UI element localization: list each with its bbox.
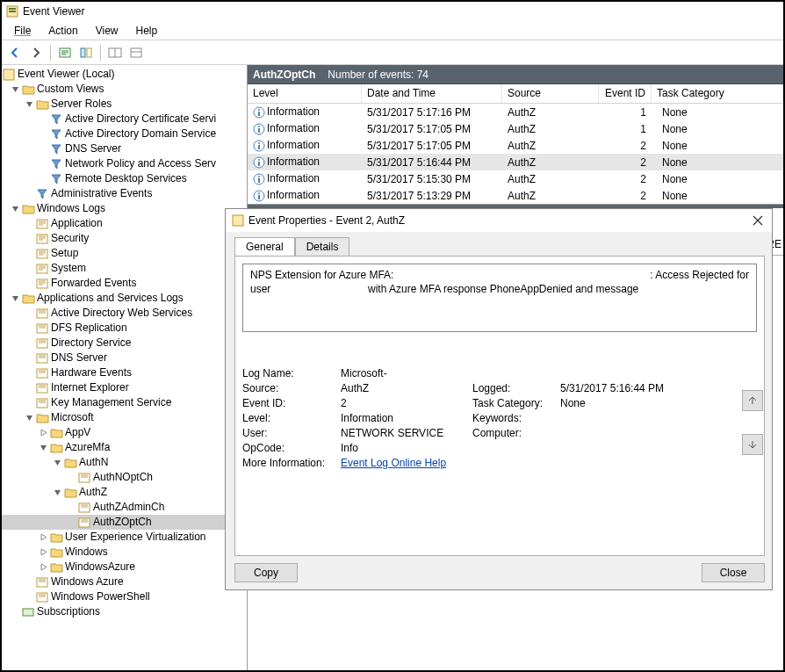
log-icon [35, 322, 49, 335]
tree-authn[interactable]: AuthN [2, 455, 247, 470]
tree-npas[interactable]: Network Policy and Access Serv [2, 156, 247, 171]
menu-help[interactable]: Help [127, 23, 167, 39]
tree-microsoft[interactable]: Microsoft [2, 410, 247, 425]
tree-admin-events[interactable]: Administrative Events [2, 186, 247, 201]
svg-rect-46 [258, 195, 260, 199]
table-row[interactable]: Information5/31/2017 5:17:05 PMAuthZ2Non… [248, 137, 783, 154]
tree-wazure[interactable]: Windows Azure [2, 574, 247, 589]
svg-rect-2 [9, 11, 16, 12]
table-row[interactable]: Information5/31/2017 5:13:29 PMAuthZ2Non… [248, 187, 783, 204]
link-more-info[interactable]: Event Log Online Help [341, 457, 446, 469]
lbl-taskcat: Task Category: [472, 397, 560, 409]
chevron-down-icon[interactable] [23, 98, 35, 111]
back-button[interactable] [5, 43, 25, 62]
tree-label: Network Policy and Access Serv [65, 156, 216, 171]
col-taskcat[interactable]: Task Category [652, 84, 783, 103]
tree-dfs[interactable]: DFS Replication [2, 321, 247, 336]
chevron-down-icon[interactable] [37, 442, 49, 454]
dialog-tab-general[interactable]: General [234, 237, 295, 256]
tree-authz[interactable]: AuthZ [2, 485, 247, 500]
tree-winazure[interactable]: WindowsAzure [2, 560, 247, 574]
tree-authnopt[interactable]: AuthNOptCh [2, 470, 247, 485]
tree-label: DNS Server [65, 141, 121, 156]
tree-windows[interactable]: Windows [2, 545, 247, 560]
tree[interactable]: Event Viewer (Local) Custom Views Server… [2, 65, 247, 621]
menu-action[interactable]: Action [40, 23, 86, 39]
tree-label: Microsoft [51, 410, 94, 425]
tree-root[interactable]: Event Viewer (Local) [2, 67, 247, 82]
chevron-right-icon[interactable] [37, 427, 49, 439]
chevron-right-icon[interactable] [37, 561, 49, 574]
toolbar-btn-2[interactable] [76, 43, 96, 62]
tree-appv[interactable]: AppV [2, 425, 247, 440]
chevron-right-icon[interactable] [37, 531, 49, 544]
table-row[interactable]: Information5/31/2017 5:15:30 PMAuthZ2Non… [248, 170, 783, 187]
tree-application[interactable]: Application [2, 216, 247, 231]
val-user: NETWORK SERVICE [341, 427, 472, 439]
tree-dirsvc[interactable]: Directory Service [2, 336, 247, 350]
toolbar-btn-3[interactable] [105, 43, 125, 62]
chevron-down-icon[interactable] [51, 457, 63, 469]
tree-server-roles[interactable]: Server Roles [2, 97, 247, 112]
chevron-right-icon[interactable] [37, 546, 49, 559]
tree-wps[interactable]: Windows PowerShell [2, 589, 247, 604]
chevron-down-icon[interactable] [23, 412, 35, 424]
tree-adcs[interactable]: Active Directory Certificate Servi [2, 112, 247, 126]
tree-kms[interactable]: Key Management Service [2, 395, 247, 410]
tree-uev[interactable]: User Experience Virtualization [2, 530, 247, 545]
col-level[interactable]: Level [248, 84, 362, 103]
tree-setup[interactable]: Setup [2, 246, 247, 261]
close-button[interactable] [744, 212, 767, 229]
tree-azuremfa[interactable]: AzureMfa [2, 440, 247, 455]
tree-authzadmin[interactable]: AuthZAdminCh [2, 500, 247, 515]
lbl-computer: Computer: [472, 427, 560, 439]
next-event-button[interactable] [742, 434, 763, 455]
prev-event-button[interactable] [742, 390, 763, 411]
tree-ie[interactable]: Internet Explorer [2, 380, 247, 395]
dialog-tab-details[interactable]: Details [295, 237, 350, 256]
tree-win-logs[interactable]: Windows Logs [2, 201, 247, 216]
table-row[interactable]: Information5/31/2017 5:16:44 PMAuthZ2Non… [248, 154, 783, 170]
tree-dns[interactable]: DNS Server [2, 141, 247, 156]
col-date[interactable]: Date and Time [362, 84, 502, 103]
table-row[interactable]: Information5/31/2017 5:17:05 PMAuthZ1Non… [248, 120, 783, 137]
tree-hw[interactable]: Hardware Events [2, 365, 247, 380]
toolbar-btn-1[interactable] [55, 43, 75, 62]
tree-authzopt[interactable]: AuthZOptCh [2, 515, 247, 530]
tree-panel: Event Viewer (Local) Custom Views Server… [2, 65, 248, 670]
copy-button[interactable]: Copy [234, 563, 298, 582]
tree-adws[interactable]: Active Directory Web Services [2, 306, 247, 321]
log-icon [35, 278, 49, 290]
chevron-down-icon[interactable] [9, 83, 21, 96]
tree-custom-views[interactable]: Custom Views [2, 82, 247, 97]
svg-rect-47 [233, 215, 243, 226]
event-message[interactable]: NPS Extension for Azure MFA: : Access Re… [242, 264, 757, 332]
svg-rect-4 [81, 48, 85, 57]
forward-button[interactable] [26, 43, 46, 62]
close-button[interactable]: Close [702, 563, 765, 582]
filter-icon [49, 158, 63, 170]
grid-body[interactable]: Information5/31/2017 5:17:16 PMAuthZ1Non… [248, 104, 783, 204]
col-source[interactable]: Source [502, 84, 599, 103]
chevron-down-icon[interactable] [51, 487, 63, 499]
table-row[interactable]: Information5/31/2017 5:17:16 PMAuthZ1Non… [248, 104, 783, 120]
tree-subs[interactable]: Subscriptions [2, 604, 247, 619]
svg-point-42 [258, 176, 260, 177]
tree-label: Forwarded Events [51, 276, 136, 291]
menu-file[interactable]: File [5, 23, 40, 39]
tree-security[interactable]: Security [2, 231, 247, 246]
tree-adds[interactable]: Active Directory Domain Service [2, 126, 247, 141]
folder-icon [49, 427, 63, 439]
tree-rds[interactable]: Remote Desktop Services [2, 171, 247, 186]
chevron-down-icon[interactable] [9, 293, 21, 305]
col-eventid[interactable]: Event ID [599, 84, 652, 103]
chevron-down-icon[interactable] [9, 203, 21, 215]
tree-apps-svc[interactable]: Applications and Services Logs [2, 291, 247, 306]
right-panel: AuthZOptCh Number of events: 74 Level Da… [248, 65, 783, 670]
tree-fwd[interactable]: Forwarded Events [2, 276, 247, 291]
menu-view[interactable]: View [87, 23, 127, 39]
tree-label: Setup [51, 246, 78, 261]
toolbar-btn-4[interactable] [126, 43, 146, 62]
tree-dnsserver[interactable]: DNS Server [2, 350, 247, 365]
tree-system[interactable]: System [2, 261, 247, 276]
